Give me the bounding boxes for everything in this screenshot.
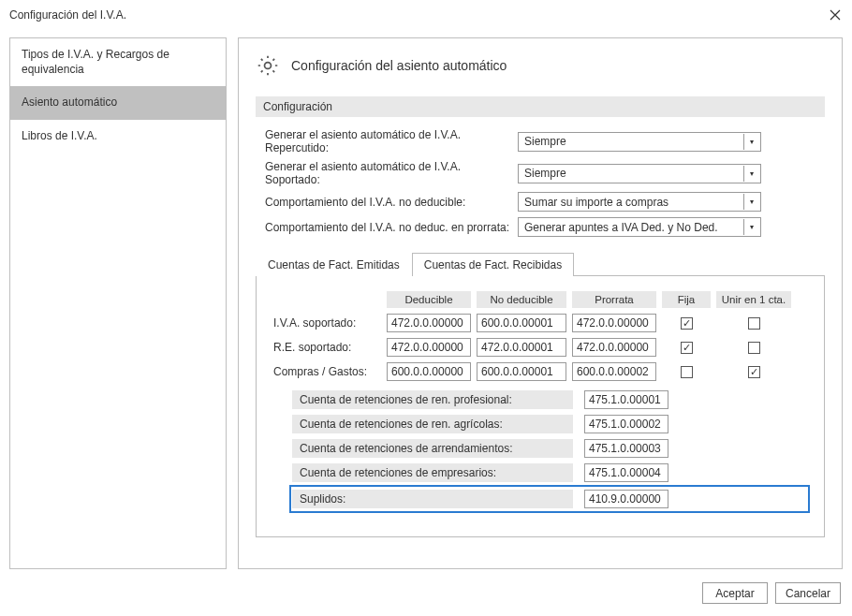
sidebar: Tipos de I.V.A. y Recargos de equivalenc… [9, 37, 227, 569]
input-retencion[interactable]: 475.1.0.00002 [584, 415, 668, 433]
select-soportado[interactable]: Siempre ▾ [518, 164, 761, 183]
input-retencion[interactable]: 410.9.0.00000 [584, 490, 668, 508]
input-retencion[interactable]: 475.1.0.00001 [584, 390, 668, 409]
config-label: Generar el asiento automático de I.V.A. … [256, 160, 518, 186]
retencion-row: Cuenta de retenciones de arrendamientos:… [292, 439, 807, 458]
sidebar-item-label: Asiento automático [22, 95, 117, 109]
cancel-button[interactable]: Cancelar [775, 582, 841, 604]
tab-emitidas[interactable]: Cuentas de Fact. Emitidas [256, 253, 412, 276]
retencion-label: Cuenta de retenciones de empresarios: [292, 463, 573, 482]
input-deducible[interactable]: 472.0.0.00000 [387, 314, 471, 332]
retencion-row: Suplidos:410.9.0.00000 [292, 488, 807, 510]
select-value: Generar apuntes a IVA Ded. y No Ded. [524, 221, 718, 234]
select-value: Sumar su importe a compras [524, 196, 668, 209]
sidebar-item-asiento[interactable]: Asiento automático [10, 86, 226, 120]
tabs: Cuentas de Fact. Emitidas Cuentas de Fac… [256, 252, 825, 276]
gear-icon [256, 53, 280, 78]
header-unir: Unir en 1 cta. [716, 291, 791, 308]
row-label: R.E. soportado: [273, 341, 381, 354]
row-label: Compras / Gastos: [273, 365, 381, 378]
input-prorrata[interactable]: 600.0.0.00002 [572, 362, 656, 381]
footer: Aceptar Cancelar [0, 577, 852, 613]
header-deducible: Deducible [387, 291, 471, 308]
input-prorrata[interactable]: 472.0.0.00000 [572, 314, 656, 332]
input-deducible[interactable]: 472.0.0.00000 [387, 338, 471, 357]
config-label: Comportamiento del I.V.A. no deduc. en p… [256, 221, 518, 234]
button-label: Cancelar [786, 587, 830, 600]
tab-label: Cuentas de Fact. Recibidas [424, 258, 562, 271]
chevron-down-icon: ▾ [743, 219, 758, 235]
retencion-label: Cuenta de retenciones de ren. profesiona… [292, 390, 573, 409]
tab-panel: Deducible No deducible Prorrata Fija Uni… [256, 276, 825, 537]
tab-label: Cuentas de Fact. Emitidas [268, 258, 400, 271]
sidebar-item-label: Libros de I.V.A. [22, 129, 97, 142]
svg-point-0 [265, 63, 272, 69]
select-value: Siempre [524, 135, 566, 148]
grid-row: Compras / Gastos:600.0.0.00000600.0.0.00… [273, 362, 807, 381]
grid-row: I.V.A. soportado:472.0.0.00000600.0.0.00… [273, 314, 807, 332]
retencion-label: Suplidos: [292, 490, 573, 508]
chevron-down-icon: ▾ [743, 194, 758, 210]
input-deducible[interactable]: 600.0.0.00000 [387, 362, 471, 381]
input-retencion[interactable]: 475.1.0.00003 [584, 439, 668, 458]
header-no-deducible: No deducible [477, 291, 566, 308]
config-label: Comportamiento del I.V.A. no deducible: [256, 196, 518, 209]
chevron-down-icon: ▾ [743, 134, 758, 150]
select-prorrata[interactable]: Generar apuntes a IVA Ded. y No Ded. ▾ [518, 217, 761, 237]
checkbox-fija[interactable]: ✓ [681, 317, 693, 330]
input-no-deducible[interactable]: 600.0.0.00001 [477, 314, 566, 332]
checkbox-unir[interactable] [748, 317, 760, 330]
grid-row: R.E. soportado:472.0.0.00000472.0.0.0000… [273, 338, 807, 357]
accept-button[interactable]: Aceptar [702, 582, 768, 604]
config-label: Generar el asiento automático de I.V.A. … [256, 128, 518, 154]
retencion-label: Cuenta de retenciones de arrendamientos: [292, 439, 573, 458]
titlebar: Configuración del I.V.A. [0, 0, 852, 28]
retencion-label: Cuenta de retenciones de ren. agrícolas: [292, 415, 573, 433]
retencion-row: Cuenta de retenciones de ren. agrícolas:… [292, 415, 807, 433]
section-title: Configuración del asiento automático [291, 58, 507, 73]
checkbox-fija[interactable]: ✓ [681, 342, 693, 354]
select-repercutido[interactable]: Siempre ▾ [518, 132, 761, 152]
row-label: I.V.A. soportado: [273, 316, 381, 330]
checkbox-unir[interactable] [748, 342, 760, 354]
retencion-row: Cuenta de retenciones de empresarios:475… [292, 463, 807, 482]
retencion-row: Cuenta de retenciones de ren. profesiona… [292, 390, 807, 409]
close-icon[interactable] [828, 7, 843, 22]
select-no-deducible[interactable]: Sumar su importe a compras ▾ [518, 192, 761, 212]
input-no-deducible[interactable]: 472.0.0.00001 [477, 338, 566, 357]
sidebar-item-libros[interactable]: Libros de I.V.A. [10, 120, 226, 154]
window-title: Configuración del I.V.A. [9, 8, 126, 22]
sidebar-item-tipos[interactable]: Tipos de I.V.A. y Recargos de equivalenc… [10, 38, 226, 86]
input-prorrata[interactable]: 472.0.0.00000 [572, 338, 656, 357]
chevron-down-icon: ▾ [743, 166, 758, 182]
checkbox-unir[interactable]: ✓ [748, 366, 760, 378]
content-panel: Configuración del asiento automático Con… [238, 37, 843, 569]
header-fija: Fija [662, 291, 711, 308]
sidebar-item-label: Tipos de I.V.A. y Recargos de equivalenc… [22, 48, 169, 76]
header-prorrata: Prorrata [572, 291, 656, 308]
tab-recibidas[interactable]: Cuentas de Fact. Recibidas [412, 253, 574, 276]
button-label: Aceptar [715, 587, 754, 600]
input-no-deducible[interactable]: 600.0.0.00001 [477, 362, 566, 381]
select-value: Siempre [524, 167, 566, 180]
checkbox-fija[interactable] [681, 366, 693, 378]
group-header: Configuración [256, 96, 825, 117]
input-retencion[interactable]: 475.1.0.00004 [584, 463, 668, 482]
header-empty [273, 297, 381, 302]
